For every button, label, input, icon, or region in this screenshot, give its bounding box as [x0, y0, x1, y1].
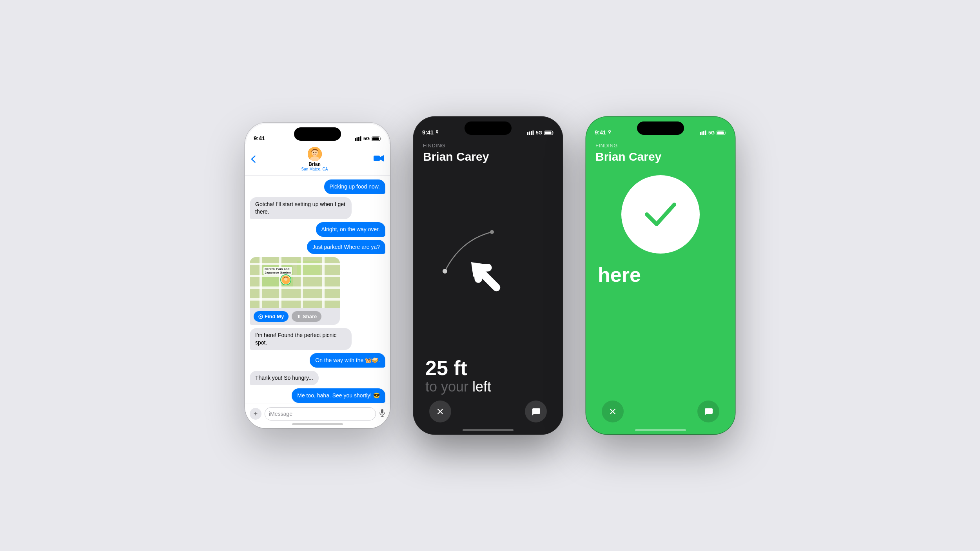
share-button[interactable]: Share — [292, 311, 321, 322]
mic-button[interactable] — [379, 409, 385, 419]
close-button[interactable] — [602, 401, 624, 422]
svg-point-26 — [490, 230, 494, 234]
svg-point-14 — [260, 316, 261, 317]
svg-point-25 — [443, 269, 447, 274]
close-icon — [436, 408, 444, 415]
list-item: Me too, haha. See you shortly! 😎 — [250, 388, 385, 403]
action-buttons — [586, 394, 735, 434]
svg-rect-27 — [700, 132, 701, 135]
message-bubble: Picking up food now. — [324, 179, 385, 194]
finding-label: FINDING — [586, 138, 627, 150]
message-input[interactable]: iMessage — [265, 407, 376, 420]
signal-icon — [700, 130, 706, 135]
map-bubble[interactable]: Central Park andJapanese Garden — [250, 257, 340, 325]
find-my-button[interactable]: Find My — [254, 311, 289, 322]
svg-rect-2 — [358, 137, 359, 141]
message-bubble: Alright, on the way over. — [316, 222, 385, 237]
checkmark-icon — [641, 199, 680, 230]
back-button[interactable] — [251, 156, 256, 163]
location-icon — [435, 130, 439, 135]
phones-container: 9:41 5G — [245, 117, 735, 434]
svg-rect-20 — [529, 132, 530, 136]
person-name: Brian Carey — [586, 150, 671, 163]
status-time: 9:41 — [595, 129, 606, 136]
svg-rect-11 — [374, 156, 380, 161]
status-icons: 5G — [700, 130, 726, 136]
list-item: Just parked! Where are ya? — [250, 240, 385, 254]
add-button[interactable]: + — [250, 408, 261, 420]
list-item: I'm here! Found the perfect picnic spot. — [250, 328, 385, 350]
findmy-green-phone: 9:41 5G — [586, 117, 735, 434]
findmy-icon — [258, 314, 263, 319]
avatar — [308, 147, 322, 161]
dynamic-island — [637, 121, 684, 135]
list-item: Picking up food now. — [250, 179, 385, 194]
location-icon — [608, 130, 612, 135]
person-name: Brian Carey — [414, 150, 498, 163]
close-button[interactable] — [429, 401, 451, 422]
map-buttons: Find My Share — [250, 308, 340, 325]
message-icon — [532, 408, 540, 415]
status-icons: 5G — [527, 130, 554, 136]
direction-text: to your left — [425, 378, 563, 395]
contact-location-pin — [280, 274, 291, 285]
contact-info[interactable]: Brian San Mateo, CA — [301, 147, 328, 171]
home-indicator — [292, 423, 343, 425]
dynamic-island — [465, 121, 512, 135]
list-item: Thank you! So hungry... — [250, 371, 385, 385]
network-label: 5G — [536, 130, 542, 136]
svg-rect-30 — [705, 130, 706, 135]
messages-phone: 9:41 5G — [245, 123, 390, 428]
svg-rect-19 — [527, 132, 528, 135]
message-button[interactable] — [525, 401, 547, 422]
message-button[interactable] — [697, 401, 719, 422]
svg-rect-32 — [717, 132, 724, 134]
contact-name: Brian — [309, 161, 321, 167]
findmy-dark-screen: FINDING Brian Carey — [414, 138, 563, 434]
message-bubble: Just parked! Where are ya? — [307, 240, 385, 254]
video-call-button[interactable] — [374, 155, 384, 163]
status-time: 9:41 — [422, 129, 434, 136]
status-icons: 5G — [355, 136, 381, 141]
svg-rect-16 — [381, 409, 383, 413]
list-item: Alright, on the way over. — [250, 222, 385, 237]
messages-screen: Brian San Mateo, CA Picking up food now.… — [245, 144, 390, 428]
map-location-label: Central Park andJapanese Garden — [263, 267, 292, 275]
messages-nav: Brian San Mateo, CA — [245, 144, 390, 176]
svg-point-9 — [313, 152, 314, 153]
messages-list: Picking up food now. Gotcha! I'll start … — [245, 176, 390, 404]
svg-point-13 — [284, 277, 288, 281]
signal-icon — [527, 130, 534, 135]
distance-value: 25 ft — [425, 358, 563, 378]
svg-rect-0 — [355, 138, 356, 141]
checkmark-circle — [621, 175, 700, 254]
list-item: On the way with the 🧺🥪. — [250, 353, 385, 368]
message-bubble: I'm here! Found the perfect picnic spot. — [250, 328, 352, 350]
direction-arrow — [461, 252, 515, 306]
svg-rect-24 — [545, 132, 552, 134]
findmy-dark-phone: 9:41 5G — [414, 117, 563, 434]
message-bubble: Thank you! So hungry... — [250, 371, 319, 385]
svg-rect-21 — [531, 131, 532, 135]
network-label: 5G — [363, 136, 370, 141]
input-placeholder: iMessage — [269, 411, 292, 417]
share-icon — [296, 314, 301, 319]
svg-rect-3 — [360, 136, 361, 141]
svg-point-10 — [315, 152, 316, 153]
distance-info: 25 ft to your left — [414, 358, 563, 395]
dynamic-island — [294, 127, 341, 141]
here-text: here — [586, 263, 641, 286]
findmy-green-screen: FINDING Brian Carey here — [586, 138, 735, 434]
close-icon — [609, 408, 617, 415]
signal-icon — [355, 136, 361, 141]
contact-location: San Mateo, CA — [301, 167, 328, 171]
svg-rect-28 — [701, 132, 702, 136]
list-item: Gotcha! I'll start setting up when I get… — [250, 197, 385, 219]
message-icon — [704, 408, 713, 415]
status-time: 9:41 — [254, 135, 265, 141]
message-bubble: Me too, haha. See you shortly! 😎 — [292, 388, 385, 403]
action-buttons — [414, 394, 563, 434]
battery-icon — [544, 130, 554, 135]
svg-rect-29 — [703, 131, 704, 135]
battery-icon — [717, 130, 726, 135]
